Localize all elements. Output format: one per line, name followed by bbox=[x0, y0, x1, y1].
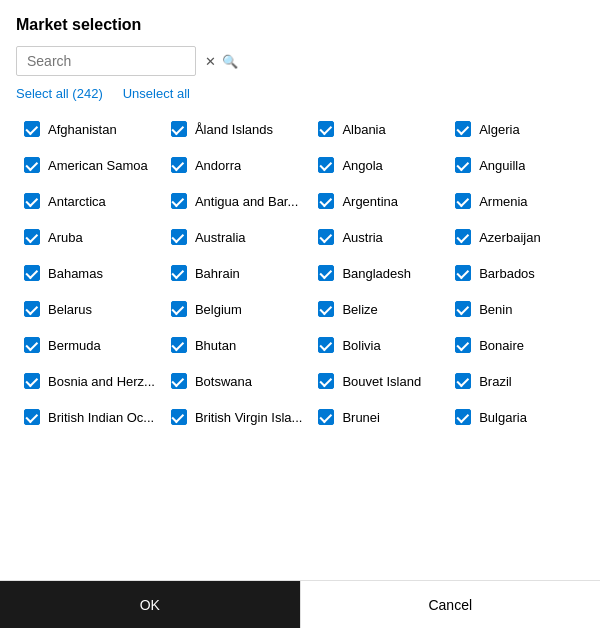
market-checkbox[interactable] bbox=[171, 409, 187, 425]
list-item[interactable]: Belize bbox=[310, 291, 447, 327]
list-item[interactable]: Algeria bbox=[447, 111, 584, 147]
list-item[interactable]: Bouvet Island bbox=[310, 363, 447, 399]
market-label: Belgium bbox=[195, 302, 242, 317]
ok-button[interactable]: OK bbox=[0, 581, 300, 628]
list-item[interactable]: Bosnia and Herz... bbox=[16, 363, 163, 399]
list-item[interactable]: Bhutan bbox=[163, 327, 310, 363]
clear-search-button[interactable]: ✕ bbox=[202, 55, 219, 68]
market-checkbox[interactable] bbox=[318, 193, 334, 209]
list-item[interactable]: Albania bbox=[310, 111, 447, 147]
market-checkbox[interactable] bbox=[318, 409, 334, 425]
market-checkbox[interactable] bbox=[455, 121, 471, 137]
list-item[interactable]: Antigua and Bar... bbox=[163, 183, 310, 219]
select-all-link[interactable]: Select all (242) bbox=[16, 86, 103, 101]
list-item[interactable]: Bermuda bbox=[16, 327, 163, 363]
market-checkbox[interactable] bbox=[24, 229, 40, 245]
market-checkbox[interactable] bbox=[318, 337, 334, 353]
list-item[interactable]: Andorra bbox=[163, 147, 310, 183]
list-item[interactable]: Azerbaijan bbox=[447, 219, 584, 255]
market-checkbox[interactable] bbox=[455, 157, 471, 173]
market-label: Bermuda bbox=[48, 338, 101, 353]
list-item[interactable]: Bolivia bbox=[310, 327, 447, 363]
list-item[interactable]: American Samoa bbox=[16, 147, 163, 183]
market-checkbox[interactable] bbox=[171, 337, 187, 353]
market-checkbox[interactable] bbox=[318, 157, 334, 173]
list-item[interactable]: Bonaire bbox=[447, 327, 584, 363]
bulk-select-links: Select all (242) Unselect all bbox=[16, 86, 584, 101]
list-item[interactable]: Angola bbox=[310, 147, 447, 183]
market-checkbox[interactable] bbox=[455, 373, 471, 389]
market-checkbox[interactable] bbox=[171, 229, 187, 245]
list-item[interactable]: British Indian Oc... bbox=[16, 399, 163, 435]
list-item[interactable]: Bahamas bbox=[16, 255, 163, 291]
list-item[interactable]: Botswana bbox=[163, 363, 310, 399]
market-checkbox[interactable] bbox=[318, 301, 334, 317]
market-label: Aruba bbox=[48, 230, 83, 245]
market-checkbox[interactable] bbox=[24, 373, 40, 389]
list-item[interactable]: Bangladesh bbox=[310, 255, 447, 291]
market-label: Benin bbox=[479, 302, 512, 317]
market-label: Bahrain bbox=[195, 266, 240, 281]
list-item[interactable]: Afghanistan bbox=[16, 111, 163, 147]
market-checkbox[interactable] bbox=[318, 373, 334, 389]
market-label: Åland Islands bbox=[195, 122, 273, 137]
market-label: Brazil bbox=[479, 374, 512, 389]
market-checkbox[interactable] bbox=[171, 157, 187, 173]
market-label: Barbados bbox=[479, 266, 535, 281]
market-checkbox[interactable] bbox=[455, 409, 471, 425]
market-checkbox[interactable] bbox=[24, 265, 40, 281]
market-checkbox[interactable] bbox=[455, 229, 471, 245]
list-item[interactable]: Belarus bbox=[16, 291, 163, 327]
list-item[interactable]: Belgium bbox=[163, 291, 310, 327]
market-checkbox[interactable] bbox=[318, 121, 334, 137]
list-item[interactable]: British Virgin Isla... bbox=[163, 399, 310, 435]
list-item[interactable]: Brunei bbox=[310, 399, 447, 435]
list-item[interactable]: Argentina bbox=[310, 183, 447, 219]
market-checkbox[interactable] bbox=[318, 229, 334, 245]
list-item[interactable]: Åland Islands bbox=[163, 111, 310, 147]
market-checkbox[interactable] bbox=[455, 265, 471, 281]
market-checkbox[interactable] bbox=[24, 301, 40, 317]
list-item[interactable]: Australia bbox=[163, 219, 310, 255]
market-label: Antarctica bbox=[48, 194, 106, 209]
list-item[interactable]: Bulgaria bbox=[447, 399, 584, 435]
market-checkbox[interactable] bbox=[24, 409, 40, 425]
market-label: Botswana bbox=[195, 374, 252, 389]
list-item[interactable]: Benin bbox=[447, 291, 584, 327]
search-icon-button[interactable]: 🔍 bbox=[219, 55, 241, 68]
market-list-container[interactable]: AfghanistanÅland IslandsAlbaniaAlgeriaAm… bbox=[16, 111, 584, 580]
list-item[interactable]: Aruba bbox=[16, 219, 163, 255]
market-label: Algeria bbox=[479, 122, 519, 137]
market-checkbox[interactable] bbox=[455, 193, 471, 209]
market-checkbox[interactable] bbox=[24, 193, 40, 209]
unselect-all-link[interactable]: Unselect all bbox=[123, 86, 190, 101]
market-checkbox[interactable] bbox=[455, 301, 471, 317]
list-item[interactable]: Bahrain bbox=[163, 255, 310, 291]
market-checkbox[interactable] bbox=[24, 121, 40, 137]
market-checkbox[interactable] bbox=[171, 301, 187, 317]
market-checkbox[interactable] bbox=[24, 157, 40, 173]
market-checkbox[interactable] bbox=[171, 121, 187, 137]
market-checkbox[interactable] bbox=[171, 265, 187, 281]
market-label: Bhutan bbox=[195, 338, 236, 353]
market-checkbox[interactable] bbox=[171, 373, 187, 389]
market-label: Bahamas bbox=[48, 266, 103, 281]
market-checkbox[interactable] bbox=[455, 337, 471, 353]
market-label: Bulgaria bbox=[479, 410, 527, 425]
market-label: Albania bbox=[342, 122, 385, 137]
market-checkbox[interactable] bbox=[171, 193, 187, 209]
market-label: American Samoa bbox=[48, 158, 148, 173]
cancel-button[interactable]: Cancel bbox=[300, 581, 601, 628]
list-item[interactable]: Barbados bbox=[447, 255, 584, 291]
list-item[interactable]: Armenia bbox=[447, 183, 584, 219]
search-bar[interactable]: ✕ 🔍 bbox=[16, 46, 196, 76]
list-item[interactable]: Antarctica bbox=[16, 183, 163, 219]
market-label: Belarus bbox=[48, 302, 92, 317]
list-item[interactable]: Brazil bbox=[447, 363, 584, 399]
search-input[interactable] bbox=[27, 53, 202, 69]
market-checkbox[interactable] bbox=[24, 337, 40, 353]
list-item[interactable]: Anguilla bbox=[447, 147, 584, 183]
market-checkbox[interactable] bbox=[318, 265, 334, 281]
market-label: Australia bbox=[195, 230, 246, 245]
list-item[interactable]: Austria bbox=[310, 219, 447, 255]
